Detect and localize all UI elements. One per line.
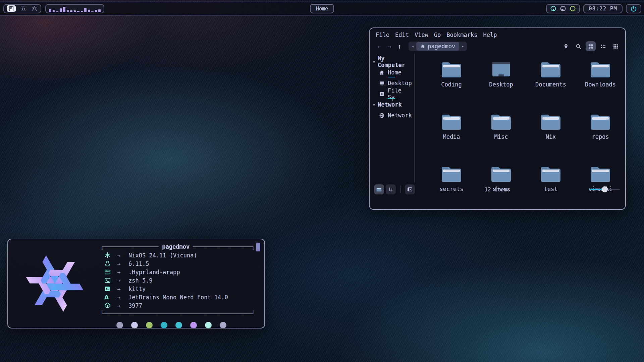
folder-item-coding[interactable]: Coding bbox=[427, 60, 476, 112]
clock: 08:22 PM bbox=[583, 4, 623, 13]
visualizer-bar bbox=[49, 9, 51, 12]
menu-bookmarks[interactable]: Bookmarks bbox=[446, 32, 477, 38]
path-tab-label: pagedmov bbox=[428, 43, 455, 50]
collapse-triangle-icon: ▼ bbox=[373, 60, 375, 64]
arrow-icon: → bbox=[117, 294, 128, 301]
packages-value: 3977 bbox=[128, 302, 142, 309]
active-window-label: Home bbox=[316, 6, 328, 12]
workspace-button-2[interactable]: 五 bbox=[20, 6, 27, 11]
workspace-button-3[interactable]: 六 bbox=[31, 6, 38, 11]
sidebar-item-network[interactable]: Network bbox=[379, 110, 414, 121]
folder-icon bbox=[441, 60, 462, 78]
arrow-icon: → bbox=[117, 302, 128, 309]
menu-edit[interactable]: Edit bbox=[395, 32, 409, 38]
search-button[interactable] bbox=[573, 41, 583, 51]
section-label: Network bbox=[378, 101, 402, 108]
grid-view-icon bbox=[588, 44, 594, 49]
menu-file[interactable]: File bbox=[376, 32, 389, 38]
palette-dot bbox=[161, 322, 167, 328]
audio-visualizer bbox=[45, 4, 104, 13]
thumbnail-view-button[interactable] bbox=[610, 41, 621, 51]
toolbar: ← → ↑ ◂ pagedmov ▸ bbox=[370, 40, 625, 53]
collapse-triangle-icon: ▼ bbox=[373, 103, 375, 107]
path-bar: ◂ pagedmov ▸ bbox=[409, 42, 467, 51]
folder-item-downloads[interactable]: Downloads bbox=[576, 60, 625, 112]
menu-help[interactable]: Help bbox=[483, 32, 497, 38]
icon-view-button[interactable] bbox=[586, 41, 596, 51]
desktop-icon bbox=[379, 80, 385, 86]
active-window-title[interactable]: Home bbox=[310, 4, 334, 13]
palette-dot bbox=[131, 322, 138, 328]
folder-icon bbox=[540, 164, 561, 183]
arrow-icon: → bbox=[117, 277, 128, 284]
terminal-value: kitty bbox=[128, 286, 146, 292]
visualizer-bar bbox=[95, 10, 97, 12]
home-icon bbox=[379, 70, 385, 75]
fetch-row-terminal: → kitty bbox=[100, 285, 258, 293]
tab-scroll-right-icon[interactable]: ▸ bbox=[461, 44, 465, 49]
fetch-box-bottom: └───────────────────────────────────────… bbox=[100, 310, 258, 318]
folder-icon bbox=[490, 164, 512, 183]
font-icon: A bbox=[104, 294, 117, 301]
folder-icon bbox=[441, 112, 462, 131]
sidebar-item-filesystem[interactable]: File Sy… bbox=[379, 88, 414, 99]
hostname: pagedmov bbox=[159, 243, 193, 250]
system-gauges bbox=[546, 4, 580, 13]
power-button[interactable] bbox=[626, 4, 641, 13]
network-globe-icon bbox=[379, 113, 385, 118]
visualizer-bar bbox=[70, 10, 72, 12]
file-manager-window: File Edit View Go Bookmarks Help ← → ↑ ◂… bbox=[369, 27, 626, 210]
wm-value: .Hyprland-wrapp bbox=[128, 269, 180, 276]
folder-icon bbox=[590, 112, 611, 131]
terminal-color-palette bbox=[100, 318, 258, 328]
up-button[interactable]: ↑ bbox=[394, 43, 405, 50]
sidebar-section-my-computer[interactable]: ▼ My Computer bbox=[373, 56, 414, 67]
sidebar-item-home[interactable]: Home bbox=[379, 67, 414, 78]
zoom-slider[interactable] bbox=[590, 186, 620, 193]
os-icon bbox=[104, 252, 111, 258]
menu-view[interactable]: View bbox=[415, 32, 428, 38]
shell-value: zsh 5.9 bbox=[128, 277, 153, 284]
palette-dot bbox=[175, 322, 182, 328]
fetch-row-os: → NixOS 24.11 (Vicuna) bbox=[100, 251, 258, 259]
tab-scroll-left-icon[interactable]: ◂ bbox=[411, 44, 415, 49]
disk-usage-bar bbox=[388, 98, 413, 99]
folder-icon bbox=[590, 60, 611, 78]
back-button[interactable]: ← bbox=[374, 43, 384, 50]
visualizer-bar bbox=[84, 8, 87, 12]
palette-dot bbox=[205, 322, 212, 328]
visualizer-bar bbox=[67, 10, 69, 12]
palette-dot bbox=[220, 322, 226, 328]
wm-icon bbox=[104, 269, 111, 275]
fetch-row-font: A → JetBrains Mono Nerd Font 14.0 bbox=[100, 293, 258, 301]
kernel-value: 6.11.5 bbox=[128, 260, 149, 267]
folder-item-repos[interactable]: repos bbox=[576, 112, 625, 164]
sidebar-section-network[interactable]: ▼ Network bbox=[373, 99, 414, 110]
items-count: 12 items bbox=[370, 186, 625, 193]
folder-item-desktop[interactable]: Desktop bbox=[476, 60, 526, 112]
gauge-1-icon bbox=[550, 5, 556, 12]
path-tab-home[interactable]: pagedmov bbox=[416, 42, 459, 51]
arrow-icon: → bbox=[117, 252, 128, 259]
section-label: My Computer bbox=[378, 55, 414, 68]
arrow-icon: → bbox=[117, 269, 128, 276]
fetch-row-wm: → .Hyprland-wrapp bbox=[100, 268, 258, 276]
menu-go[interactable]: Go bbox=[434, 32, 441, 38]
folder-icon bbox=[540, 112, 561, 131]
forward-button[interactable]: → bbox=[384, 43, 394, 50]
folder-item-misc[interactable]: Misc bbox=[476, 112, 526, 164]
top-bar: 四 五 六 Home 08:22 PM bbox=[0, 2, 644, 15]
compact-view-button[interactable] bbox=[598, 41, 608, 51]
location-button[interactable] bbox=[561, 41, 571, 51]
gauge-3-icon bbox=[570, 5, 576, 12]
filesystem-icon bbox=[379, 91, 385, 97]
slider-handle[interactable] bbox=[602, 186, 608, 192]
folder-item-nix[interactable]: Nix bbox=[526, 112, 576, 164]
folder-icon bbox=[540, 60, 561, 78]
workspace-button-1[interactable]: 四 bbox=[7, 5, 16, 12]
folder-item-documents[interactable]: Documents bbox=[526, 60, 576, 112]
folder-icon bbox=[590, 164, 611, 183]
visualizer-bar bbox=[81, 11, 83, 12]
folder-item-media[interactable]: Media bbox=[427, 112, 476, 164]
font-value: JetBrains Mono Nerd Font 14.0 bbox=[128, 294, 228, 301]
